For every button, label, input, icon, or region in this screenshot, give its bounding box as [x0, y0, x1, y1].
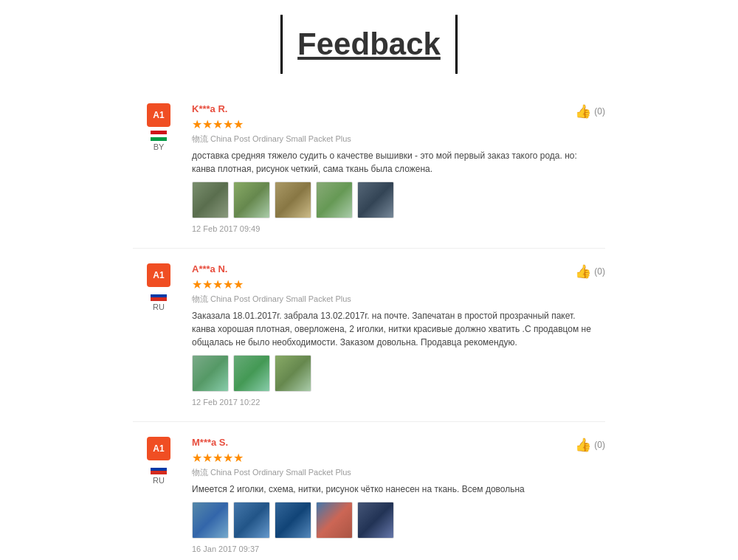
review-thumb[interactable] [316, 502, 353, 539]
country-code: RU [153, 476, 165, 485]
like-button[interactable]: 👍 (0) [575, 437, 605, 453]
review-thumb[interactable] [233, 502, 270, 539]
star-rating: ★★★★★ [192, 117, 598, 131]
review-date: 12 Feb 2017 10:22 [192, 398, 598, 407]
review-text: Заказала 18.01.2017г. забрала 13.02.2017… [192, 309, 598, 349]
review-text: доставка средняя тяжело судить о качеств… [192, 149, 598, 176]
review-images [192, 182, 598, 218]
country-code: BY [154, 142, 165, 151]
shipping-info: 物流 China Post Ordinary Small Packet Plus [192, 294, 598, 305]
star-rating: ★★★★★ [192, 451, 598, 465]
flag-icon [151, 291, 167, 301]
review-images [192, 355, 598, 392]
review-thumb[interactable] [233, 355, 270, 392]
review-thumb[interactable] [192, 182, 229, 218]
reviewer-info: A1 RU [133, 437, 184, 560]
review-thumb[interactable] [357, 502, 394, 539]
page-title: Feedback [297, 27, 441, 62]
review-thumb[interactable] [233, 182, 270, 218]
flag-country: RU [151, 291, 167, 311]
flag-icon [151, 464, 167, 474]
shipping-info: 物流 China Post Ordinary Small Packet Plus [192, 134, 598, 145]
reviewer-name: K***a R. [192, 103, 598, 114]
review-thumb[interactable] [275, 182, 311, 218]
review-date: 16 Jan 2017 09:37 [192, 545, 598, 553]
review-content: K***a R. ★★★★★ 物流 China Post Ordinary Sm… [184, 103, 605, 233]
review-item: A1 RU A***a N. ★★★★★ 物流 China Post Ordin… [133, 263, 605, 422]
thumbs-up-icon: 👍 [575, 103, 591, 120]
review-thumb[interactable] [192, 502, 229, 539]
review-thumb[interactable] [275, 355, 311, 392]
like-count: (0) [594, 266, 605, 277]
feedback-header: Feedback [15, 0, 723, 96]
shipping-info: 物流 China Post Ordinary Small Packet Plus [192, 467, 598, 478]
header-line-left [280, 15, 283, 74]
reviewer-name: A***a N. [192, 263, 598, 274]
flag-country: BY [151, 131, 167, 151]
like-count: (0) [594, 106, 605, 117]
review-item: A1 BY K***a R. ★★★★★ 物流 China Post Ordin… [133, 103, 605, 249]
thumbs-up-icon: 👍 [575, 263, 591, 280]
header-line-right [455, 15, 458, 74]
review-item: A1 RU M***a S. ★★★★★ 物流 China Post Ordin… [133, 437, 605, 560]
review-content: M***a S. ★★★★★ 物流 China Post Ordinary Sm… [184, 437, 605, 560]
review-text: Имеется 2 иголки, схема, нитки, рисунок … [192, 483, 598, 496]
star-rating: ★★★★★ [192, 277, 598, 291]
review-thumb[interactable] [275, 502, 311, 539]
review-content: A***a N. ★★★★★ 物流 China Post Ordinary Sm… [184, 263, 605, 407]
like-button[interactable]: 👍 (0) [575, 103, 605, 120]
reviewer-info: A1 RU [133, 263, 184, 407]
like-button[interactable]: 👍 (0) [575, 263, 605, 280]
flag-country: RU [151, 464, 167, 485]
reviewer-info: A1 BY [133, 103, 184, 233]
review-thumb[interactable] [192, 355, 229, 392]
reviews-container: A1 BY K***a R. ★★★★★ 物流 China Post Ordin… [15, 96, 723, 560]
avatar: A1 [147, 103, 170, 127]
flag-icon [151, 131, 167, 141]
thumbs-up-icon: 👍 [575, 437, 591, 453]
reviewer-name: M***a S. [192, 437, 598, 448]
review-thumb[interactable] [357, 182, 394, 218]
like-count: (0) [594, 440, 605, 450]
review-images [192, 502, 598, 539]
review-thumb[interactable] [316, 182, 353, 218]
review-date: 12 Feb 2017 09:49 [192, 224, 598, 233]
country-code: RU [153, 303, 165, 311]
avatar: A1 [147, 263, 170, 287]
avatar: A1 [147, 437, 170, 460]
page-wrapper: Feedback A1 BY K***a R. ★★★★★ 物流 China P… [0, 0, 738, 560]
